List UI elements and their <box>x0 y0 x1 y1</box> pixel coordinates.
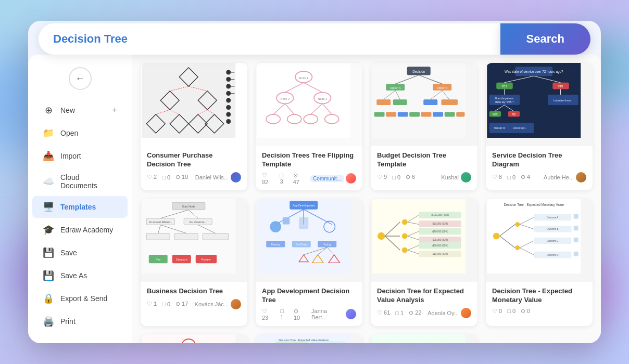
svg-rect-122 <box>299 217 308 229</box>
svg-text:Done it say...: Done it say... <box>513 127 526 129</box>
svg-rect-26 <box>257 63 350 138</box>
saveas-icon: 💾 <box>43 270 54 281</box>
sidebar-item-templates[interactable]: 🖥️ Templates <box>32 196 128 218</box>
sidebar-item-label: New <box>60 106 75 114</box>
author-7: Adeola Oy... <box>427 308 471 318</box>
sidebar-item-import[interactable]: 📥 Import <box>32 145 128 167</box>
template-card-9[interactable]: Start A B <box>141 334 247 343</box>
author-2: Communit... <box>310 173 356 184</box>
svg-point-124 <box>270 221 281 232</box>
views-4: ⊙ 4 <box>521 174 530 180</box>
template-card-5[interactable]: Start Node Do we want different... No, s… <box>141 199 247 326</box>
template-card-10[interactable]: Decision Tree - Expected Value Analysis … <box>256 334 362 343</box>
card-meta-6: ♡ 23 □ 1 ⊙ 10 Janna Bert... <box>262 308 356 321</box>
card-info-8: Decision Tree - Expected Monetary Value … <box>486 282 593 320</box>
card-info-7: Decision Tree for Expected Value Analysi… <box>371 282 477 323</box>
back-button[interactable]: ← <box>69 67 92 90</box>
card-title-8: Decision Tree - Expected Monetary Value <box>492 287 586 305</box>
svg-text:Node 3: Node 3 <box>318 97 327 100</box>
card-title-3: Budget Decision Tree Template <box>377 151 471 169</box>
card-info-3: Budget Decision Tree Template ♡ 9 □ 0 ⊙ … <box>371 146 477 188</box>
avatar-2 <box>346 173 356 184</box>
avatar-1 <box>231 172 241 183</box>
svg-text:Start Node: Start Node <box>182 205 195 208</box>
sidebar-item-label: Edraw Academy <box>60 226 113 234</box>
views-6: ⊙ 10 <box>294 308 306 321</box>
sidebar-item-academy[interactable]: 🎓 Edraw Academy <box>32 219 128 241</box>
sidebar-item-label: Print <box>60 317 76 326</box>
community-tag-2: Communit... <box>310 175 344 182</box>
comments-5: □ 0 <box>162 301 170 307</box>
card-thumbnail-6: App Development <box>256 199 362 282</box>
svg-text:Dev Phase: Dev Phase <box>296 243 308 246</box>
svg-point-16 <box>226 84 231 89</box>
svg-text:-$30,000 (50%): -$30,000 (50%) <box>432 239 448 241</box>
svg-text:Node 1: Node 1 <box>299 76 308 80</box>
svg-rect-67 <box>456 112 464 117</box>
avatar-5 <box>231 299 241 309</box>
sidebar-item-label: Save <box>60 249 77 257</box>
svg-point-165 <box>493 232 500 239</box>
templates-icon: 🖥️ <box>43 201 54 213</box>
views-8: ⊙ 0 <box>521 308 530 315</box>
svg-rect-163 <box>487 199 581 274</box>
card-meta-4: ♡ 8 □ 0 ⊙ 4 Aubrie He... <box>492 172 586 183</box>
search-input[interactable] <box>53 32 486 46</box>
author-5: Kovács Jác... <box>195 299 241 309</box>
card-info-4: Service Decision Tree Diagram ♡ 8 □ 0 ⊙ … <box>486 146 593 188</box>
card-meta-1: ♡ 2 □ 0 ⊙ 10 Daniel Wils... <box>147 172 241 183</box>
template-card-2[interactable]: Node 1 Node 2 Node 3 Decision Trees Tree… <box>256 63 362 190</box>
svg-rect-232 <box>311 341 346 343</box>
template-card-7[interactable]: +$120,000 (40%) -$60,000 (60%) +$80,000 … <box>371 199 477 326</box>
svg-point-138 <box>378 232 385 240</box>
likes-2: ♡ 92 <box>262 172 274 185</box>
svg-rect-103 <box>146 233 170 240</box>
card-meta-5: ♡ 1 □ 0 ⊙ 17 Kovács Jác... <box>147 299 241 309</box>
card-info-2: Decision Trees Tree Flipping Template ♡ … <box>256 146 362 190</box>
card-meta-8: ♡ 0 □ 0 ⊙ 0 <box>492 308 586 315</box>
sidebar-item-cloud[interactable]: ☁️ Cloud Documents <box>32 168 128 195</box>
svg-rect-184 <box>574 237 578 242</box>
svg-text:No, should we...: No, should we... <box>190 221 206 224</box>
svg-text:Option A: Option A <box>390 86 401 89</box>
card-title-2: Decision Trees Tree Flipping Template <box>262 151 356 169</box>
views-5: ⊙ 17 <box>175 301 188 307</box>
sidebar-item-open[interactable]: 📁 Open <box>32 122 128 144</box>
print-icon: 🖨️ <box>43 316 54 327</box>
views-3: ⊙ 6 <box>406 174 415 180</box>
sidebar-item-save[interactable]: 💾 Save <box>32 242 128 264</box>
comments-2: □ 3 <box>280 172 287 185</box>
sidebar-item-export[interactable]: 🔒 Export & Send <box>32 288 128 309</box>
svg-text:Testing: Testing <box>323 243 331 246</box>
template-card-11[interactable]: Decision <box>371 334 477 343</box>
svg-text:-$10,000 (30%): -$10,000 (30%) <box>432 253 448 255</box>
avatar-3 <box>461 172 471 183</box>
svg-rect-64 <box>421 112 432 117</box>
svg-text:Standard: Standard <box>176 258 187 261</box>
template-card-6[interactable]: App Development <box>256 199 362 326</box>
search-input-wrapper <box>39 23 500 55</box>
sidebar-item-print[interactable]: 🖨️ Print <box>32 310 128 332</box>
card-thumbnail-7: +$120,000 (40%) -$60,000 (60%) +$80,000 … <box>371 199 477 282</box>
likes-7: ♡ 61 <box>377 309 390 316</box>
export-icon: 🔒 <box>43 293 54 304</box>
sidebar-item-new[interactable]: ⊕ New + <box>32 99 128 121</box>
svg-point-20 <box>226 112 231 117</box>
views-7: ⊙ 22 <box>409 309 421 316</box>
sidebar-item-label: Templates <box>60 203 96 211</box>
template-card-1[interactable]: Consumer Purchase Decision Tree ♡ 2 □ 0 … <box>141 63 247 190</box>
sidebar-item-saveas[interactable]: 💾 Save As <box>32 265 128 287</box>
card-title-4: Service Decision Tree Diagram <box>492 151 586 169</box>
author-4: Aubrie He... <box>544 172 586 183</box>
sidebar: ← ⊕ New + 📁 Open 📥 Import ☁️ Cloud Docum… <box>28 55 132 343</box>
card-meta-3: ♡ 9 □ 0 ⊙ 6 Kushal <box>377 172 471 183</box>
svg-text:Outcome A: Outcome A <box>547 216 558 219</box>
views-2: ⊙ 47 <box>293 172 305 185</box>
template-card-8[interactable]: Decision Tree - Expected Monetary Value <box>486 199 593 326</box>
template-card-4[interactable]: Was state of service over 72 hours ago? … <box>486 63 593 190</box>
template-card-3[interactable]: Decision Option A Option B <box>371 63 477 190</box>
search-button[interactable]: Search <box>500 23 590 55</box>
svg-text:Yes: Yes <box>492 112 497 116</box>
svg-text:Outcome D: Outcome D <box>547 254 559 256</box>
card-thumbnail-10: Decision Tree - Expected Value Analysis … <box>256 334 362 343</box>
